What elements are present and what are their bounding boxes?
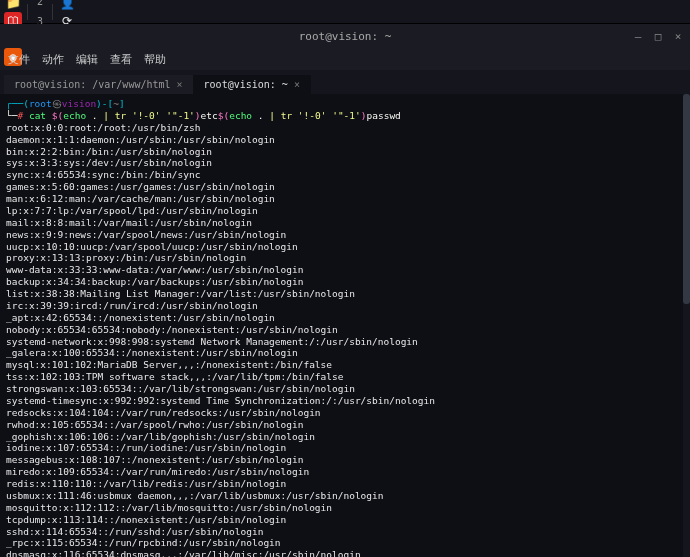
window-minimize-button[interactable]: – [632,30,644,42]
terminal-viewport[interactable]: ┌──(root㉿vision)-[~] └─# cat $(echo . | … [0,94,690,557]
menu-view[interactable]: 查看 [110,52,132,67]
taskbar-separator [52,4,53,20]
menu-actions[interactable]: 动作 [42,52,64,67]
tray-user[interactable]: 👤 [58,0,76,12]
window-titlebar[interactable]: root@vision: ~ – □ × [0,24,690,48]
terminal-tabbar: root@vision: /var/www/html×root@vision: … [0,70,690,94]
workspace-2[interactable]: 2 [33,0,47,12]
tab-close-icon[interactable]: × [177,79,183,90]
scroll-thumb[interactable] [683,94,690,304]
terminal-tab-0[interactable]: root@vision: /var/www/html× [4,75,194,94]
window-title: root@vision: ~ [299,30,392,43]
terminal-tab-1[interactable]: root@vision: ~× [194,75,311,94]
menubar: 文件 动作 编辑 查看 帮助 [0,48,690,70]
menu-file[interactable]: 文件 [8,52,30,67]
window-close-button[interactable]: × [672,30,684,42]
tab-close-icon[interactable]: × [294,79,300,90]
taskbar-separator [27,4,28,20]
menu-help[interactable]: 帮助 [144,52,166,67]
tab-label: root@vision: ~ [204,79,288,90]
files-app[interactable]: 📁 [4,0,22,12]
scrollbar[interactable] [683,94,690,557]
tab-label: root@vision: /var/www/html [14,79,171,90]
taskbar: ⎈▣📁🕮🦊◉ 1234 👤⟳ [0,0,690,24]
menu-edit[interactable]: 编辑 [76,52,98,67]
window-maximize-button[interactable]: □ [652,30,664,42]
